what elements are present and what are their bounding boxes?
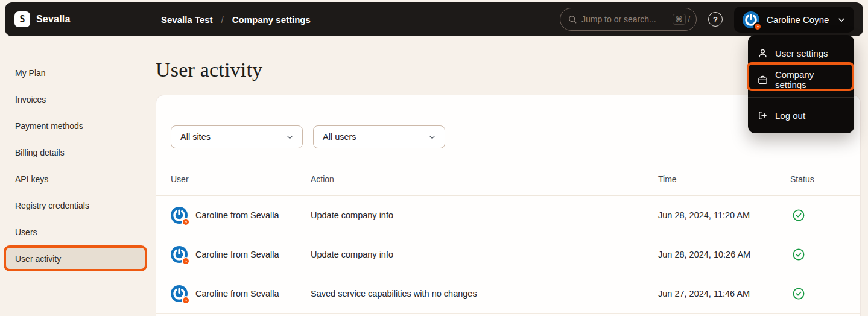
logout-icon	[758, 110, 768, 121]
menu-item-label: Company settings	[775, 69, 844, 90]
column-header-user: User	[156, 174, 311, 184]
brand[interactable]: S Sevalla	[14, 11, 71, 27]
breadcrumb-item-workspace[interactable]: Sevalla Test	[161, 14, 213, 25]
menu-item-label: Log out	[775, 110, 805, 121]
sidebar-item-my-plan[interactable]: My Plan	[5, 62, 147, 84]
column-header-status: Status	[790, 174, 860, 184]
column-header-action: Action	[311, 174, 658, 184]
user-avatar	[171, 285, 188, 302]
chevron-down-icon	[837, 16, 846, 24]
notification-badge-icon	[753, 22, 762, 31]
status-success-icon	[793, 288, 805, 300]
user-avatar	[171, 207, 188, 224]
sidebar-item-label: My Plan	[15, 68, 46, 78]
menu-divider	[748, 97, 854, 98]
row-action-text: Update company info	[311, 250, 658, 259]
top-navigation-bar: S Sevalla Sevalla Test / Company setting…	[5, 2, 863, 36]
sidebar-item-api-keys[interactable]: API keys	[5, 168, 147, 191]
user-avatar	[743, 11, 759, 28]
sidebar-item-label: User activity	[15, 254, 61, 264]
menu-item-log-out[interactable]: Log out	[748, 102, 854, 128]
slash-key: /	[688, 15, 690, 24]
notification-badge-icon	[182, 257, 190, 265]
sidebar-item-label: Billing details	[15, 148, 65, 157]
menu-item-user-settings[interactable]: User settings	[748, 40, 854, 66]
sidebar-item-billing-details[interactable]: Billing details	[5, 141, 147, 164]
site-filter-select[interactable]: All sites	[171, 125, 303, 148]
chevron-down-icon	[428, 133, 436, 141]
sidebar-item-label: Users	[15, 227, 37, 237]
notification-badge-icon	[182, 218, 190, 226]
row-action-text: Update company info	[311, 210, 658, 220]
sidebar-item-payment-methods[interactable]: Payment methods	[5, 115, 147, 137]
sevalla-logo-letter: S	[19, 14, 25, 25]
keyboard-shortcut: ⌘ /	[673, 14, 690, 25]
table-header-row: User Action Time Status	[156, 163, 860, 196]
table-row[interactable]: Caroline from Sevalla Update company inf…	[156, 235, 860, 274]
sidebar-item-invoices[interactable]: Invoices	[5, 88, 147, 111]
search-box[interactable]: ⌘ /	[560, 8, 697, 31]
row-time-text: Jun 28, 2024, 10:26 AM	[658, 250, 790, 259]
row-time-text: Jun 28, 2024, 11:20 AM	[658, 210, 790, 220]
user-filter-select[interactable]: All users	[313, 125, 445, 148]
help-button[interactable]: ?	[708, 12, 723, 27]
breadcrumb: Sevalla Test / Company settings	[161, 2, 311, 36]
table-row[interactable]: Caroline from Sevalla Saved service capa…	[156, 274, 860, 314]
user-menu-button[interactable]: Caroline Coyne	[734, 7, 854, 33]
search-input[interactable]	[581, 14, 668, 24]
user-icon	[758, 48, 768, 58]
user-name: Caroline Coyne	[767, 14, 829, 25]
menu-item-label: User settings	[775, 48, 828, 58]
status-success-icon	[793, 209, 805, 221]
row-user-name: Caroline from Sevalla	[195, 210, 279, 220]
user-dropdown-menu: User settings Company settings Log out	[748, 35, 854, 133]
brand-name: Sevalla	[36, 14, 71, 25]
table-body: Caroline from Sevalla Update company inf…	[156, 196, 860, 314]
user-filter-value: All users	[323, 132, 356, 142]
sidebar-item-label: Registry credentials	[15, 201, 89, 210]
sidebar-item-users[interactable]: Users	[5, 221, 147, 244]
chevron-down-icon	[286, 133, 294, 141]
row-action-text: Saved service capabilities with no chang…	[311, 289, 658, 299]
search-icon	[568, 15, 577, 24]
menu-item-company-settings[interactable]: Company settings	[748, 66, 854, 93]
breadcrumb-item-page[interactable]: Company settings	[232, 14, 311, 25]
sidebar-nav: My Plan Invoices Payment methods Billing…	[0, 36, 156, 274]
sidebar-item-label: Payment methods	[15, 121, 83, 131]
briefcase-icon	[758, 75, 768, 85]
page: S Sevalla Sevalla Test / Company setting…	[0, 0, 868, 316]
sidebar-item-user-activity[interactable]: User activity	[5, 247, 147, 270]
activity-table: User Action Time Status Caroline from Se…	[156, 163, 860, 314]
row-time-text: Jun 27, 2024, 11:46 AM	[658, 289, 790, 299]
breadcrumb-separator: /	[221, 14, 224, 25]
status-success-icon	[793, 248, 805, 261]
notification-badge-icon	[182, 296, 190, 305]
sidebar-item-label: Invoices	[15, 95, 46, 104]
command-key: ⌘	[673, 14, 686, 25]
user-avatar	[171, 246, 188, 263]
question-mark-icon: ?	[713, 15, 718, 24]
sidebar-item-label: API keys	[15, 174, 48, 184]
table-row[interactable]: Caroline from Sevalla Update company inf…	[156, 196, 860, 235]
site-filter-value: All sites	[180, 132, 211, 142]
row-user-name: Caroline from Sevalla	[195, 250, 279, 259]
sevalla-logo-icon: S	[14, 11, 30, 27]
column-header-time: Time	[658, 174, 790, 184]
row-user-name: Caroline from Sevalla	[195, 289, 279, 299]
sidebar-item-registry-credentials[interactable]: Registry credentials	[5, 194, 147, 217]
